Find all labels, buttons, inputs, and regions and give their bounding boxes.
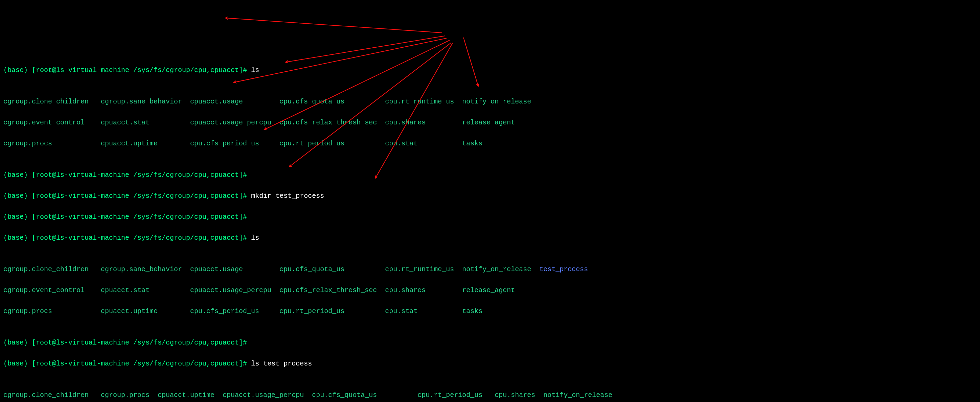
file-entry: cgroup.sane_behavior	[101, 264, 190, 275]
file-entry: cpu.shares	[495, 390, 543, 400]
file-entry: cpuacct.stat	[101, 285, 190, 296]
file-entry: cgroup.sane_behavior	[101, 96, 190, 107]
file-entry: cpuacct.uptime	[101, 306, 190, 316]
terminal-output: (base) [root@ls-virtual-machine /sys/fs/…	[0, 42, 980, 402]
file-entry: tasks	[462, 138, 482, 149]
file-entry: cgroup.clone_children	[3, 264, 101, 275]
file-entry: cpuacct.usage_percpu	[190, 117, 279, 128]
prompt-line-mkdir[interactable]: (base) [root@ls-virtual-machine /sys/fs/…	[3, 191, 980, 201]
file-entry: cpu.cfs_quota_us	[279, 96, 385, 107]
file-entry: cgroup.event_control	[3, 117, 101, 128]
ls-output-row: cgroup.clone_childrencgroup.sane_behavio…	[3, 264, 980, 275]
prompt-line-empty[interactable]: (base) [root@ls-virtual-machine /sys/fs/…	[3, 337, 980, 348]
command-mkdir: mkdir test_process	[251, 192, 324, 200]
dir-entry: test_process	[539, 264, 588, 275]
file-entry: release_agent	[462, 285, 515, 296]
file-entry: cgroup.procs	[3, 306, 101, 316]
file-entry: cpu.rt_period_us	[279, 138, 385, 149]
file-entry: cpu.cfs_period_us	[190, 138, 279, 149]
file-entry: cpuacct.usage	[190, 264, 279, 275]
file-entry: cpu.cfs_quota_us	[312, 390, 417, 400]
file-entry: cpuacct.stat	[101, 117, 190, 128]
file-entry: cpu.cfs_relax_thresh_sec	[279, 285, 385, 296]
ls-output-row: cgroup.event_controlcpuacct.statcpuacct.…	[3, 285, 980, 296]
file-entry: cpu.shares	[385, 117, 462, 128]
command-ls: ls	[251, 66, 259, 74]
file-entry: cpu.cfs_quota_us	[279, 264, 385, 275]
file-entry: cpu.rt_period_us	[417, 390, 495, 400]
ls-output-row: cgroup.procscpuacct.uptimecpu.cfs_period…	[3, 138, 980, 149]
file-entry: cpuacct.uptime	[158, 390, 223, 400]
file-entry: cgroup.clone_children	[3, 390, 101, 400]
file-entry: cpuacct.uptime	[101, 138, 190, 149]
ls-tp-output-row: cgroup.clone_childrencgroup.procscpuacct…	[3, 390, 980, 400]
file-entry: cpu.rt_runtime_us	[385, 264, 462, 275]
file-entry: cpu.rt_runtime_us	[385, 96, 462, 107]
file-entry: cpu.rt_period_us	[279, 306, 385, 316]
prompt-line-empty[interactable]: (base) [root@ls-virtual-machine /sys/fs/…	[3, 170, 980, 180]
command-ls: ls	[251, 234, 259, 242]
file-entry: notify_on_release	[543, 390, 612, 400]
ls-output-row: cgroup.clone_childrencgroup.sane_behavio…	[3, 96, 980, 107]
file-entry: cgroup.procs	[3, 138, 101, 149]
prompt-line-empty[interactable]: (base) [root@ls-virtual-machine /sys/fs/…	[3, 212, 980, 222]
file-entry: cpuacct.usage_percpu	[223, 390, 312, 400]
file-entry: cpu.cfs_period_us	[190, 306, 279, 316]
annotation-arrow	[225, 18, 442, 33]
file-entry: notify_on_release	[462, 96, 531, 107]
file-entry: cpu.cfs_relax_thresh_sec	[279, 117, 385, 128]
prompt-line-ls-tp[interactable]: (base) [root@ls-virtual-machine /sys/fs/…	[3, 358, 980, 369]
file-entry: cpuacct.usage_percpu	[190, 285, 279, 296]
file-entry: tasks	[462, 306, 482, 316]
ls-output-row: cgroup.event_controlcpuacct.statcpuacct.…	[3, 117, 980, 128]
prompt-path: [root@ls-virtual-machine /sys/fs/cgroup/…	[32, 66, 251, 74]
ls-output-row: cgroup.procscpuacct.uptimecpu.cfs_period…	[3, 306, 980, 316]
file-entry: cgroup.clone_children	[3, 96, 101, 107]
file-entry: notify_on_release	[462, 264, 539, 275]
file-entry: release_agent	[462, 117, 515, 128]
file-entry: cpu.shares	[385, 285, 462, 296]
prompt-line-1[interactable]: (base) [root@ls-virtual-machine /sys/fs/…	[3, 65, 980, 75]
prompt-line-ls2[interactable]: (base) [root@ls-virtual-machine /sys/fs/…	[3, 233, 980, 243]
file-entry: cpu.stat	[385, 306, 462, 316]
file-entry: cpu.stat	[385, 138, 462, 149]
prompt-base: (base)	[3, 66, 32, 74]
file-entry: cgroup.procs	[101, 390, 158, 400]
command-ls-tp: ls test_process	[251, 360, 312, 367]
file-entry: cgroup.event_control	[3, 285, 101, 296]
file-entry: cpuacct.usage	[190, 96, 279, 107]
